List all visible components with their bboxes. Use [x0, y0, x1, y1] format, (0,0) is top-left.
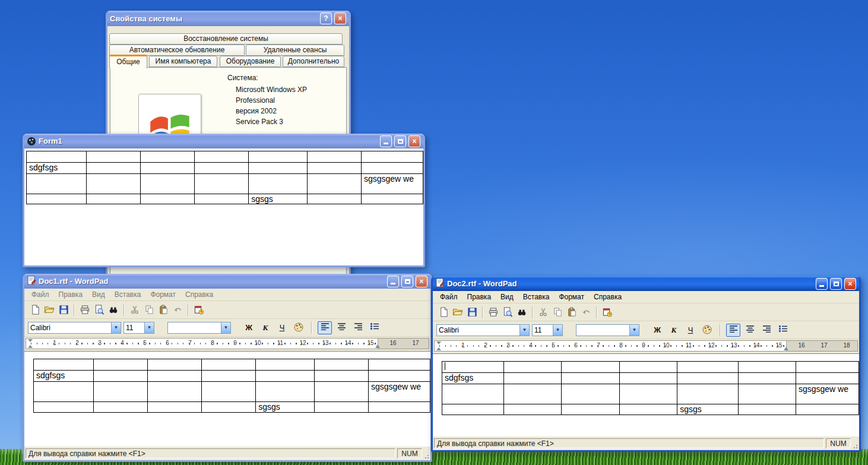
cut-button[interactable]: [128, 303, 142, 317]
table-cell-r1c6[interactable]: [361, 163, 423, 174]
wordpad2-title-bar[interactable]: Doc2.rtf - WordPad ×: [433, 276, 859, 291]
table-cell-r2c4[interactable]: [677, 384, 738, 404]
menu-item-4[interactable]: Формат: [145, 289, 180, 300]
close-button[interactable]: ×: [416, 276, 427, 287]
table-cell-r1c0[interactable]: sdgfsgs: [34, 371, 94, 382]
menu-item-3[interactable]: Вставка: [110, 289, 146, 300]
first-line-indent-marker[interactable]: [28, 339, 33, 342]
table-cell-r3c1[interactable]: [504, 404, 562, 415]
left-indent-marker[interactable]: [28, 345, 33, 348]
table-cell-r3c1[interactable]: [94, 402, 148, 413]
bold-button[interactable]: Ж: [650, 324, 664, 337]
menu-item-2[interactable]: Вид: [87, 289, 110, 300]
tab-remote-sessions[interactable]: Удаленные сеансы: [246, 45, 344, 56]
table-cell-r3c0[interactable]: [34, 402, 94, 413]
first-line-indent-marker[interactable]: [436, 341, 441, 344]
table-cell-r3c2[interactable]: [562, 404, 619, 415]
close-button[interactable]: ×: [844, 278, 856, 290]
table-cell-r3c5[interactable]: [738, 404, 796, 415]
table-cell-r0c4[interactable]: [249, 151, 308, 163]
table-cell-r0c6[interactable]: [796, 362, 859, 373]
menu-item-1[interactable]: Правка: [462, 291, 496, 303]
document-area[interactable]: sdgfsgssgsgsgew wesgsgs: [433, 353, 859, 436]
font-size-select[interactable]: 11▼: [532, 324, 563, 336]
table-cell-r2c3[interactable]: [195, 174, 249, 194]
table-cell-r2c3[interactable]: [619, 384, 677, 404]
maximize-button[interactable]: [401, 276, 413, 287]
table-cell-r1c6[interactable]: [796, 373, 859, 384]
table-cell-r2c3[interactable]: [202, 382, 256, 402]
minimize-button[interactable]: [816, 278, 828, 290]
table-cell-r1c5[interactable]: [307, 163, 361, 174]
table-cell-r0c4[interactable]: [256, 359, 315, 371]
table-cell-r2c2[interactable]: [148, 382, 202, 402]
align-left-button[interactable]: [726, 324, 740, 337]
table-cell-r1c2[interactable]: [148, 371, 202, 382]
table-cell-r0c3[interactable]: [202, 359, 256, 371]
dialog-title-bar[interactable]: Свойства системы ? ×: [107, 11, 349, 26]
table-cell-r2c5[interactable]: [738, 384, 796, 404]
form1-title-bar[interactable]: Form1 ×: [24, 134, 423, 148]
align-left-button[interactable]: [318, 321, 332, 334]
cut-button[interactable]: [536, 306, 550, 319]
underline-button[interactable]: Ч: [683, 324, 698, 337]
table-cell-r2c6[interactable]: sgsgsgew we: [368, 382, 430, 402]
close-button[interactable]: ×: [334, 12, 346, 24]
table-cell-r2c0[interactable]: [442, 384, 504, 404]
table-cell-r3c5[interactable]: [314, 402, 368, 413]
table-cell-r2c1[interactable]: [94, 382, 148, 402]
table-cell-r3c6[interactable]: [361, 194, 423, 204]
align-right-button[interactable]: [351, 321, 365, 334]
maximize-button[interactable]: [394, 135, 406, 147]
align-center-button[interactable]: [743, 324, 757, 337]
ruler[interactable]: 1234567891011121314151617: [26, 338, 429, 349]
table-cell-r0c2[interactable]: [148, 359, 202, 371]
print-preview-button[interactable]: [92, 303, 106, 317]
print-preview-button[interactable]: [500, 306, 515, 319]
copy-button[interactable]: [142, 303, 156, 317]
open-button[interactable]: [42, 303, 56, 317]
table-cell-r3c3[interactable]: [619, 404, 677, 415]
bullets-button[interactable]: [776, 324, 790, 337]
menu-item-1[interactable]: Правка: [54, 289, 88, 300]
tab-computer-name[interactable]: Имя компьютера: [149, 56, 217, 67]
table-cell-r0c2[interactable]: [141, 151, 195, 163]
script-select[interactable]: ▼: [576, 324, 639, 336]
table-cell-r1c2[interactable]: [141, 163, 195, 174]
table-cell-r2c5[interactable]: [307, 174, 361, 194]
table-cell-r1c4[interactable]: [256, 371, 315, 382]
table-cell-r0c5[interactable]: [307, 151, 361, 163]
table-cell-r2c5[interactable]: [314, 382, 368, 402]
new-document-button[interactable]: [28, 303, 42, 317]
table-cell-r1c1[interactable]: [504, 373, 562, 384]
undo-button[interactable]: [579, 306, 593, 319]
table-cell-r1c6[interactable]: [368, 371, 430, 382]
close-button[interactable]: ×: [408, 135, 420, 147]
document-area[interactable]: sdgfsgssgsgsgew wesgsgs: [24, 351, 430, 447]
table-cell-r2c6[interactable]: sgsgsgew we: [796, 384, 859, 404]
open-button[interactable]: [451, 306, 465, 319]
table-cell-r1c0[interactable]: sdgfsgs: [27, 163, 87, 174]
tab-general[interactable]: Общие: [109, 55, 147, 68]
paste-button[interactable]: [565, 306, 579, 319]
tab-system-restore[interactable]: Восстановление системы: [109, 33, 343, 45]
table-cell-r0c1[interactable]: [87, 151, 141, 163]
find-button[interactable]: [515, 306, 529, 319]
table-cell-r2c1[interactable]: [504, 384, 562, 404]
table-cell-r1c5[interactable]: [314, 371, 368, 382]
bold-button[interactable]: Ж: [242, 321, 256, 334]
insert-datetime-button[interactable]: [600, 306, 614, 319]
table-cell-r1c4[interactable]: [249, 163, 308, 174]
minimize-button[interactable]: [387, 276, 399, 287]
table-cell-r1c3[interactable]: [619, 373, 677, 384]
table-cell-r1c3[interactable]: [202, 371, 256, 382]
table-cell-r1c1[interactable]: [94, 371, 148, 382]
new-document-button[interactable]: [436, 306, 451, 319]
table-cell-r1c5[interactable]: [738, 373, 796, 384]
table-cell-r2c2[interactable]: [141, 174, 195, 194]
table-cell-r2c2[interactable]: [562, 384, 619, 404]
table-cell-r3c3[interactable]: [202, 402, 256, 413]
help-button[interactable]: ?: [320, 12, 332, 24]
table-cell-r2c4[interactable]: [256, 382, 315, 402]
table-cell-r2c4[interactable]: [249, 174, 308, 194]
